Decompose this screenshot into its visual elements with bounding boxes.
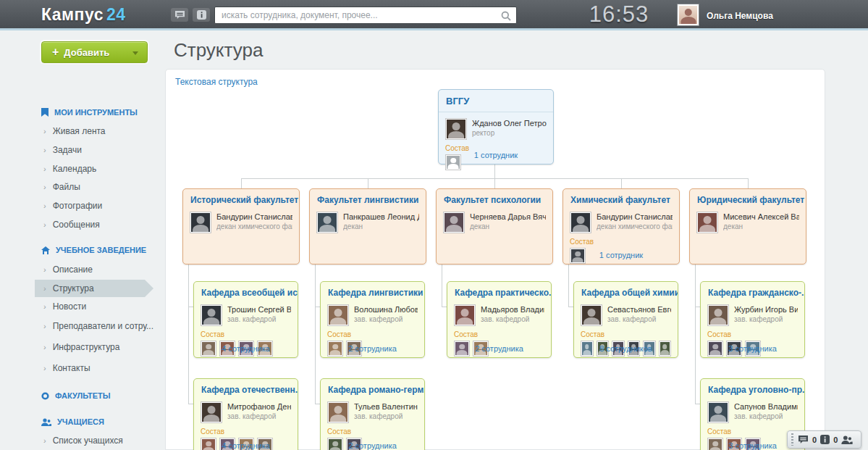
info-icon[interactable] <box>193 8 210 22</box>
sidebar-item-structure[interactable]: ›Структура <box>35 280 153 297</box>
person-role: ректор <box>472 129 547 137</box>
person-photo[interactable] <box>445 118 467 140</box>
staff-label: Состав <box>447 326 551 341</box>
page-title: Структура <box>174 39 263 62</box>
sidebar-item-live-feed[interactable]: ›Живая лента <box>43 122 106 141</box>
person-name: Бандурин Станислав Стан... <box>597 212 673 221</box>
sidebar-item-infrastructure[interactable]: ›Инфраструктура <box>43 338 119 357</box>
org-card-title: Кафедра всеобщей ис... <box>194 282 298 301</box>
sidebar: + Добавить МОИ ИНСТРУМЕНТЫ ›Живая лента … <box>0 33 165 450</box>
arrow-icon: › <box>43 183 46 191</box>
staff-count-link[interactable]: 4 сотрудника <box>194 441 298 450</box>
sidebar-item-student-list[interactable]: ›Список учащихся <box>43 431 123 450</box>
person-photo[interactable] <box>327 304 349 326</box>
org-card-department[interactable]: Кафедра гражданско-... Журбин Игорь Вита… <box>700 281 805 358</box>
person-photo[interactable] <box>201 304 222 326</box>
person-name: Мадьяров Владимир Р... <box>481 305 544 314</box>
arrow-icon: › <box>43 322 46 330</box>
sidebar-section-institution: УЧЕБНОЕ ЗАВЕДЕНИЕ <box>41 241 146 259</box>
user-avatar[interactable] <box>677 4 699 26</box>
sidebar-item-teachers[interactable]: ›Преподаватели и сотру... <box>43 317 153 336</box>
org-card-department[interactable]: Кафедра всеобщей ис... Трошин Сергей Вла… <box>193 281 298 358</box>
org-card-department[interactable]: Кафедра отечественн... Митрофанов Денис … <box>193 378 298 450</box>
org-card-faculty[interactable]: Факультет психологии Черняева Дарья Вяче… <box>436 188 553 264</box>
connector-line <box>188 264 189 404</box>
person-role: зав. кафедрой <box>227 315 291 323</box>
arrow-icon: › <box>43 127 46 136</box>
sidebar-section-students[interactable]: УЧАЩИЕСЯ <box>41 412 104 431</box>
sidebar-item-photos[interactable]: ›Фотографии <box>43 196 102 215</box>
person-photo[interactable] <box>316 212 338 233</box>
org-card-university[interactable]: ВГГУ Жданов Олег Петрович ректор Состав … <box>438 89 554 164</box>
person-role: декан <box>470 222 546 230</box>
org-card-title: Факультет психологии <box>437 189 552 209</box>
sidebar-item-description[interactable]: ›Описание <box>43 260 93 279</box>
staff-label: Состав <box>701 326 804 341</box>
sidebar-item-files[interactable]: ›Файлы <box>43 178 80 196</box>
org-card-department[interactable]: Кафедра романо-герм... Тульев Валентин В… <box>320 378 425 450</box>
person-name: Волошина Любовь Вас... <box>354 305 418 314</box>
info-icon[interactable] <box>820 435 830 444</box>
person-photo[interactable] <box>201 401 222 423</box>
org-card-title: Кафедра лингвистики ... <box>321 282 424 301</box>
staff-count-link[interactable]: 8 сотрудников <box>574 344 678 353</box>
staff-label: Состав <box>194 423 298 438</box>
sidebar-section-faculties[interactable]: ФАКУЛЬТЕТЫ <box>41 386 111 405</box>
person-photo[interactable] <box>454 304 476 326</box>
search-box <box>214 7 517 24</box>
person-name: Трошин Сергей Владим... <box>227 305 291 314</box>
sidebar-item-contacts[interactable]: ›Контакты <box>43 359 90 378</box>
staff-count-link[interactable]: 2 сотрудника <box>447 344 551 353</box>
messages-icon[interactable] <box>798 435 809 444</box>
org-card-faculty[interactable]: Химический факультет Бандурин Станислав … <box>562 188 680 264</box>
person-photo[interactable] <box>327 401 349 423</box>
chevron-down-icon <box>132 51 138 55</box>
org-card-faculty[interactable]: Исторический факультет Бандурин Станисла… <box>182 188 300 264</box>
person-photo[interactable] <box>443 212 465 233</box>
staff-count-link[interactable]: 2 сотрудника <box>321 344 424 353</box>
staff-count-link[interactable]: 3 сотрудника <box>701 344 804 353</box>
org-card-faculty[interactable]: Факультет лингвистики Панкрашев Леонид Д… <box>309 188 426 264</box>
staff-count-link[interactable]: 1 сотрудник <box>563 251 679 259</box>
org-card-title: Кафедра общей химии <box>574 282 678 301</box>
staff-count-link[interactable]: 4 сотрудника <box>194 344 298 353</box>
search-icon[interactable] <box>501 11 511 24</box>
staff-count-link[interactable]: 1 сотрудник <box>439 151 553 159</box>
add-button[interactable]: + Добавить <box>41 41 148 63</box>
person-photo[interactable] <box>707 401 729 423</box>
org-card-title: Химический факультет <box>563 189 679 209</box>
person-photo[interactable] <box>707 304 729 326</box>
org-card-faculty[interactable]: Юридический факультет Мисевич Алексей Ва… <box>689 188 806 264</box>
staff-count-link[interactable]: 2 сотрудника <box>321 441 424 450</box>
arrow-icon: › <box>43 343 46 351</box>
org-card-title: Кафедра гражданско-... <box>701 282 804 301</box>
org-card-department[interactable]: Кафедра практическо... Мадьяров Владимир… <box>447 281 552 358</box>
person-role: декан химического факультета <box>216 222 292 230</box>
sidebar-item-news[interactable]: ›Новости <box>43 297 86 316</box>
person-photo[interactable] <box>581 304 602 326</box>
clock: 16:53 <box>572 1 666 28</box>
person-role: зав. кафедрой <box>354 412 418 420</box>
drag-handle-icon[interactable] <box>791 433 793 446</box>
org-card-title: Юридический факультет <box>690 189 806 209</box>
sidebar-item-messages[interactable]: ›Сообщения <box>43 215 100 234</box>
person-photo[interactable] <box>696 212 718 233</box>
person-photo[interactable] <box>190 212 211 233</box>
search-input[interactable] <box>215 7 516 23</box>
quick-access-widget: 0 0 <box>787 430 861 449</box>
person-role: зав. кафедрой <box>227 412 291 420</box>
person-name: Журбин Игорь Виталь... <box>734 305 798 314</box>
people-icon[interactable] <box>841 436 853 444</box>
org-card-department[interactable]: Кафедра лингвистики ... Волошина Любовь … <box>320 281 425 358</box>
person-photo[interactable] <box>570 212 591 233</box>
app-logo[interactable]: Кампус24 <box>41 5 126 25</box>
connector-line <box>568 264 569 307</box>
text-structure-link[interactable]: Текстовая структура <box>175 77 258 87</box>
org-card-title: Кафедра практическо... <box>447 282 551 301</box>
user-name[interactable]: Ольга Немцова <box>707 11 773 21</box>
person-name: Панкрашев Леонид Данило... <box>343 212 419 221</box>
sidebar-item-tasks[interactable]: ›Задачи <box>43 141 82 159</box>
org-card-department[interactable]: Кафедра общей химии Севастьянов Евгений … <box>573 281 678 358</box>
messages-icon[interactable] <box>171 8 188 22</box>
sidebar-item-calendar[interactable]: ›Календарь <box>43 159 96 178</box>
